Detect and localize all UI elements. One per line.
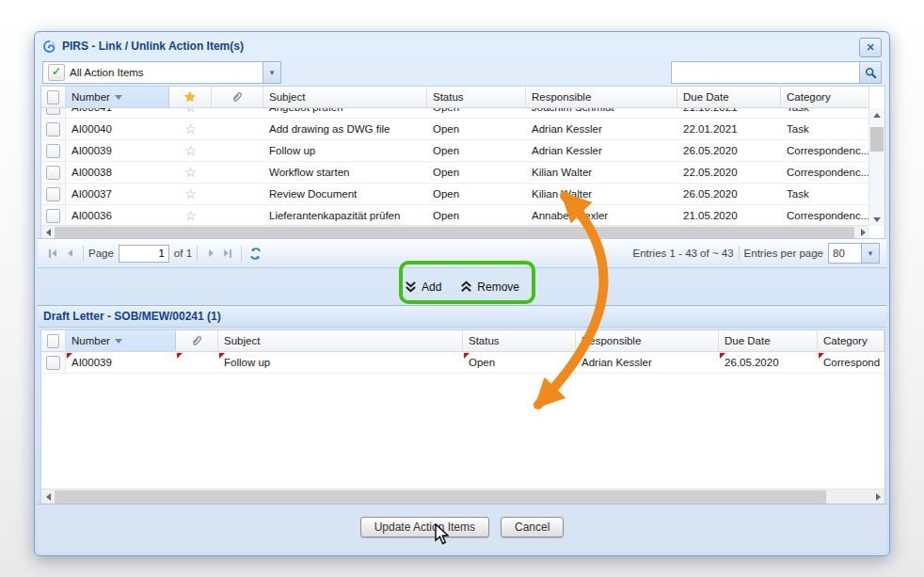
cell-status: Open [463,352,576,373]
entries-per-page-combo[interactable]: 80 ▾ [828,243,880,264]
all-action-items-grid: Number ★ Subject Status Responsible Due … [40,86,885,240]
cell-category: Correspondenc... [781,140,869,161]
paging-toolbar: Page of 1 Entries 1 - 43 of ~ 43 Entries… [38,238,886,268]
action-item-filter-combo[interactable]: ✓ All Action Items ▾ [42,61,281,84]
page-of-label: of 1 [174,248,192,259]
dialog-titlebar[interactable]: PIRS - Link / Unlink Action Item(s) ✕ [38,35,886,57]
cell-status: Open [427,162,526,183]
vertical-scrollbar[interactable] [868,108,884,226]
column-header-category[interactable]: Category [818,330,884,351]
paperclip-icon [190,334,203,347]
dialog-toolbar: ✓ All Action Items ▾ [38,58,886,86]
table-row[interactable]: AI00037 ☆ Review Document Open Kilian Wa… [41,184,869,205]
remove-button[interactable]: Remove [460,280,519,294]
cell-attachment [212,108,263,118]
row-checkbox[interactable] [46,108,60,115]
star-outline-icon[interactable]: ☆ [184,165,197,180]
select-all-checkbox[interactable] [41,330,66,351]
scrollbar-thumb[interactable] [55,490,826,504]
row-checkbox[interactable] [46,356,60,370]
chevron-down-icon[interactable]: ▾ [263,62,280,83]
add-button[interactable]: Add [405,280,441,294]
column-header-due-date[interactable]: Due Date [677,87,781,107]
table-row[interactable]: AI00039 ☆ Follow up Open Adrian Kessler … [41,140,869,162]
row-checkbox[interactable] [46,144,60,158]
dialog-footer: Update Action Items Cancel [38,504,886,553]
row-checkbox[interactable] [46,187,60,201]
modified-marker [67,353,72,359]
scrollbar-thumb[interactable] [870,127,884,152]
cancel-button[interactable]: Cancel [501,517,564,537]
column-header-subject[interactable]: Subject [263,87,427,107]
search-input[interactable] [672,62,859,83]
cell-attachment [212,184,263,204]
prev-page-button[interactable] [61,245,78,262]
scroll-right-icon[interactable] [856,226,869,239]
modified-marker [219,353,225,359]
column-header-due-date[interactable]: Due Date [719,330,818,351]
column-header-category[interactable]: Category [781,87,869,107]
search-icon[interactable] [859,62,881,83]
row-checkbox[interactable] [46,122,60,136]
column-header-attachment[interactable] [176,330,218,351]
star-outline-icon[interactable]: ☆ [184,121,197,136]
search-box [671,61,882,84]
last-page-button[interactable] [219,245,236,262]
scroll-right-icon[interactable] [871,489,884,505]
cell-category: Correspondenc... [781,162,869,183]
dialog-title: PIRS - Link / Unlink Action Item(s) [62,40,244,53]
column-header-responsible[interactable]: Responsible [576,330,719,351]
cell-category: Task [781,119,869,139]
column-header-status[interactable]: Status [463,330,576,351]
scroll-left-icon[interactable] [41,226,55,239]
horizontal-scrollbar[interactable] [41,489,884,505]
link-actions-bar: Add Remove [38,270,886,304]
table-row[interactable]: AI00038 ☆ Workflow starten Open Kilian W… [41,162,869,184]
cell-subject: Angebot prüfen [263,108,427,118]
page-number-input[interactable] [119,245,169,263]
cell-status: Open [427,108,526,118]
page-label: Page [88,248,114,259]
column-header-number[interactable]: Number [66,87,169,107]
cell-due-date: 21.05.2020 [677,205,781,226]
cell-number: AI00036 [66,205,169,226]
scroll-left-icon[interactable] [41,489,55,505]
per-page-value: 80 [829,248,861,259]
column-header-number[interactable]: Number [66,330,176,351]
close-icon[interactable]: ✕ [859,38,882,57]
table-row[interactable]: AI00040 ☆ Add drawing as DWG file Open A… [41,119,869,140]
scroll-up-icon[interactable] [869,108,884,121]
column-header-favorite[interactable]: ★ [169,87,212,107]
refresh-icon[interactable] [247,245,263,262]
table-row[interactable]: AI00036 ☆ Lieferantenkapazität prüfen Op… [41,205,869,226]
row-checkbox[interactable] [46,166,60,180]
select-all-checkbox[interactable] [41,87,66,107]
filter-check-icon: ✓ [48,64,65,81]
chevron-down-icon[interactable]: ▾ [861,244,879,263]
star-outline-icon[interactable]: ☆ [184,143,197,158]
modified-marker [577,353,582,359]
star-outline-icon[interactable]: ☆ [184,186,197,201]
star-outline-icon[interactable]: ☆ [184,108,197,115]
cell-category: Correspond [818,352,884,373]
row-checkbox[interactable] [46,209,60,223]
cell-category: Task [781,108,869,118]
column-header-responsible[interactable]: Responsible [526,87,677,107]
scrollbar-thumb[interactable] [55,227,854,238]
column-header-subject[interactable]: Subject [218,330,463,351]
table-row[interactable]: AI00041 ☆ Angebot prüfen Open Joachim Sc… [41,108,869,119]
scroll-down-icon[interactable] [869,213,884,226]
cell-status: Open [427,119,526,139]
update-action-items-button[interactable]: Update Action Items [360,517,489,537]
modified-marker [464,353,470,359]
next-page-button[interactable] [202,245,219,262]
cell-status: Open [427,184,526,204]
first-page-button[interactable] [44,245,61,262]
cell-responsible: Adrian Kessler [526,140,677,161]
column-header-status[interactable]: Status [427,87,526,107]
cell-due-date: 21.10.2021 [677,108,781,118]
horizontal-scrollbar[interactable] [41,225,869,239]
star-outline-icon[interactable]: ☆ [184,208,197,223]
table-row[interactable]: AI00039 Follow up Open Adrian Kessler 26… [41,352,884,374]
column-header-attachment[interactable] [212,87,263,107]
